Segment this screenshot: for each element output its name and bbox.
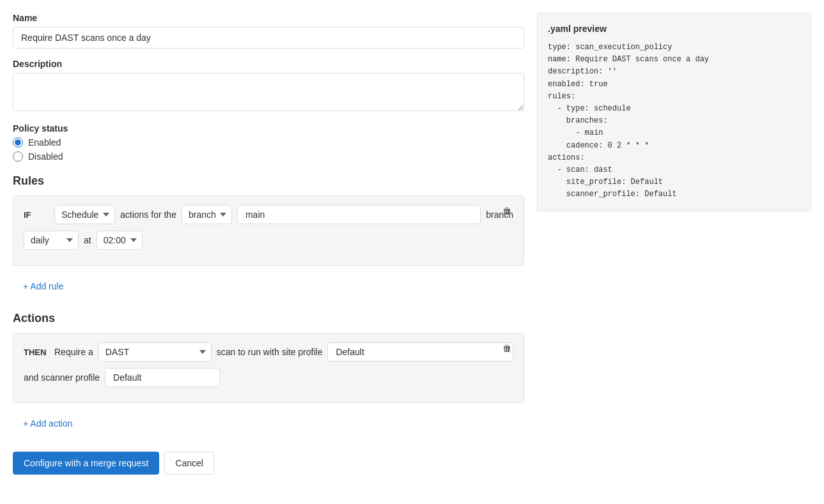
name-label: Name (13, 13, 524, 23)
at-text: at (84, 235, 91, 245)
action-row-2: and scanner profile (24, 368, 513, 387)
yaml-preview-title: .yaml preview (548, 24, 800, 34)
name-input[interactable] (13, 27, 524, 49)
configure-button[interactable]: Configure with a merge request (13, 452, 159, 475)
branch-type-select[interactable]: branch tag (182, 205, 232, 224)
frequency-select[interactable]: daily weekly monthly (24, 231, 79, 250)
then-label: THEN (24, 347, 49, 357)
time-select[interactable]: 00:00 01:00 02:00 03:00 04:00 05:00 (97, 231, 143, 250)
add-rule-container: + Add rule (13, 273, 524, 299)
disabled-radio[interactable] (13, 151, 23, 162)
scan-text: scan to run with site profile (217, 347, 323, 357)
if-label: IF (24, 210, 49, 220)
delete-rule-button[interactable] (499, 204, 515, 219)
site-profile-input[interactable] (327, 342, 513, 362)
delete-action-button[interactable] (499, 341, 515, 356)
policy-status-group: Policy status Enabled Disabled (13, 123, 524, 162)
trash-icon-action (502, 344, 512, 354)
actions-heading: Actions (13, 312, 524, 325)
description-field-group: Description (13, 59, 524, 113)
disabled-label: Disabled (28, 151, 63, 162)
policy-status-label: Policy status (13, 123, 524, 134)
branch-value-input[interactable] (237, 205, 481, 224)
yaml-preview-card: .yaml preview type: scan_execution_polic… (537, 13, 811, 211)
rule-row-2: daily weekly monthly at 00:00 01:00 02:0… (24, 231, 513, 250)
rule-card: IF Schedule Pipeline actions for the bra… (13, 195, 524, 266)
add-rule-label: + Add rule (23, 281, 63, 291)
trash-icon (502, 206, 512, 217)
yaml-content: type: scan_execution_policy name: Requir… (548, 42, 800, 201)
description-label: Description (13, 59, 524, 69)
scanner-profile-text: and scanner profile (24, 372, 100, 383)
add-action-container: + Add action (13, 411, 524, 436)
enabled-radio-option[interactable]: Enabled (13, 137, 524, 148)
rule-row-1: IF Schedule Pipeline actions for the bra… (24, 205, 513, 224)
scanner-profile-input[interactable] (105, 368, 220, 387)
right-panel: .yaml preview type: scan_execution_polic… (537, 13, 811, 475)
action-card: THEN Require a DAST SAST Container Scann… (13, 333, 524, 403)
add-action-label: + Add action (23, 418, 72, 429)
left-panel: Name Description Policy status Enabled D… (13, 13, 524, 475)
name-field-group: Name (13, 13, 524, 49)
cancel-button[interactable]: Cancel (164, 452, 214, 475)
disabled-radio-option[interactable]: Disabled (13, 151, 524, 162)
add-rule-button[interactable]: + Add rule (23, 281, 63, 291)
enabled-label: Enabled (28, 137, 61, 148)
rules-heading: Rules (13, 174, 524, 188)
add-action-button[interactable]: + Add action (23, 418, 72, 429)
actions-for-text: actions for the (120, 210, 176, 220)
rules-section: Rules IF Schedule Pipeline actions for t… (13, 174, 524, 299)
description-input[interactable] (13, 73, 524, 111)
schedule-select[interactable]: Schedule Pipeline (54, 205, 115, 224)
scan-type-select[interactable]: DAST SAST Container Scanning Dependency … (98, 342, 212, 362)
enabled-radio[interactable] (13, 137, 23, 148)
bottom-buttons: Configure with a merge request Cancel (13, 452, 524, 475)
action-row-1: THEN Require a DAST SAST Container Scann… (24, 342, 513, 362)
actions-section: Actions THEN Require a DAST SAST Contain… (13, 312, 524, 436)
require-a-text: Require a (54, 347, 93, 357)
